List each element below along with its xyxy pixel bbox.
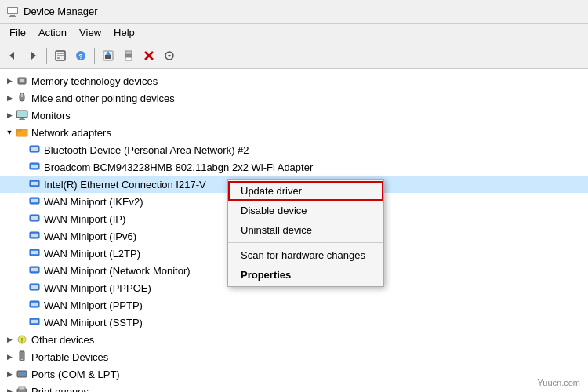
svg-rect-3	[8, 8, 17, 13]
svg-rect-16	[125, 51, 132, 54]
printer-icon	[16, 385, 28, 392]
main-content: ▶ Memory technology devices ▶ Mice and o…	[0, 69, 588, 392]
item-label: WAN Miniport (IPv6)	[44, 230, 136, 242]
tree-toggle[interactable]: ▶	[3, 385, 16, 392]
svg-rect-61	[24, 372, 25, 376]
tree-toggle[interactable]: ▶	[3, 333, 16, 346]
ctx-scan-changes[interactable]: Scan for hardware changes	[228, 245, 383, 265]
toolbar-sep-1	[46, 48, 47, 64]
ctx-separator	[228, 242, 383, 243]
item-label: WAN Miniport (IKEv2)	[44, 196, 143, 208]
tree-toggle[interactable]: ▶	[3, 368, 16, 380]
svg-rect-41	[31, 216, 38, 220]
print-button[interactable]	[119, 46, 138, 65]
item-label: WAN Miniport (PPTP)	[44, 299, 143, 311]
svg-rect-43	[31, 234, 38, 237]
svg-rect-23	[20, 79, 24, 82]
svg-rect-17	[125, 57, 132, 60]
mouse-icon	[16, 92, 28, 104]
watermark: Yuucn.com	[538, 378, 580, 387]
scan-button[interactable]	[160, 46, 179, 65]
network-adapter-icon	[28, 281, 41, 294]
svg-text:!: !	[21, 336, 24, 344]
menu-view[interactable]: View	[73, 25, 107, 40]
item-label: Bluetooth Device (Personal Area Network)…	[44, 144, 249, 156]
ctx-disable-device[interactable]: Disable device	[228, 201, 383, 220]
ports-icon	[16, 368, 28, 380]
list-item[interactable]: ▶ Monitors	[0, 107, 588, 124]
list-item[interactable]: ▶ WAN Miniport (PPTP)	[0, 296, 588, 314]
svg-text:?: ?	[78, 53, 83, 60]
item-label: Other devices	[31, 334, 94, 346]
network-adapter-icon	[28, 212, 41, 225]
item-label: WAN Miniport (PPPOE)	[44, 282, 151, 294]
help-button[interactable]: ?	[71, 46, 90, 65]
update-driver-button[interactable]	[99, 46, 118, 65]
item-label: WAN Miniport (Network Monitor)	[44, 265, 191, 277]
item-label: Ports (COM & LPT)	[31, 368, 120, 380]
list-item[interactable]: ▶ Print queues	[0, 383, 588, 392]
item-label: Memory technology devices	[31, 75, 158, 87]
title-text: Device Manager	[24, 5, 98, 17]
toolbar-sep-2	[94, 48, 95, 64]
tree-toggle[interactable]: ▶	[3, 109, 16, 122]
menu-help[interactable]: Help	[107, 25, 141, 40]
properties-button[interactable]	[51, 46, 70, 65]
svg-rect-49	[31, 285, 38, 289]
ctx-properties[interactable]: Properties	[228, 265, 383, 285]
network-adapter-icon	[28, 161, 41, 173]
list-item[interactable]: ▶ Portable Devices	[0, 348, 588, 365]
toolbar: ?	[0, 42, 588, 69]
monitor-icon	[16, 109, 28, 122]
svg-rect-53	[31, 320, 38, 323]
menu-action[interactable]: Action	[32, 25, 73, 40]
network-folder-icon	[16, 126, 28, 139]
back-button[interactable]	[3, 46, 22, 65]
svg-rect-33	[31, 147, 38, 151]
list-item[interactable]: ▶ WAN Miniport (SSTP)	[0, 314, 588, 331]
title-bar-icon	[6, 5, 19, 18]
item-label: Portable Devices	[31, 351, 108, 363]
list-item[interactable]: ▼ Network adapters	[0, 124, 588, 141]
item-label: Broadcom BCM943228HMB 802.11abgn 2x2 Wi-…	[44, 162, 313, 173]
forward-button[interactable]	[24, 46, 42, 65]
tree-toggle[interactable]: ▶	[3, 350, 16, 363]
svg-rect-45	[31, 251, 38, 254]
svg-rect-13	[105, 55, 111, 59]
network-adapter-icon	[28, 178, 41, 191]
network-adapter-icon	[28, 143, 41, 156]
portable-icon	[16, 350, 28, 363]
item-label: Mice and other pointing devices	[31, 93, 175, 104]
network-adapter-icon	[28, 264, 41, 277]
svg-rect-1	[10, 15, 15, 16]
item-label: Network adapters	[31, 127, 111, 139]
tree-toggle[interactable]: ▶	[3, 74, 16, 87]
item-label: WAN Miniport (IP)	[44, 213, 125, 225]
ctx-update-driver[interactable]: Update driver	[228, 181, 383, 201]
svg-marker-4	[9, 52, 14, 60]
list-item[interactable]: ▶ Mice and other pointing devices	[0, 89, 588, 107]
svg-rect-37	[31, 182, 38, 185]
svg-marker-5	[31, 52, 36, 60]
menu-file[interactable]: File	[3, 25, 32, 40]
svg-rect-57	[21, 359, 23, 360]
item-label: Intel(R) Ethernet Connection I217-V	[44, 179, 206, 191]
list-item[interactable]: ▶ Ports (COM & LPT)	[0, 365, 588, 383]
svg-rect-27	[17, 111, 27, 117]
list-item[interactable]: ▶ Bluetooth Device (Personal Area Networ…	[0, 141, 588, 158]
svg-rect-51	[31, 303, 38, 306]
network-adapter-icon	[28, 230, 41, 242]
network-adapter-icon	[28, 299, 41, 311]
list-item[interactable]: ▶ Memory technology devices	[0, 72, 588, 89]
item-label: WAN Miniport (SSTP)	[44, 317, 143, 328]
ctx-uninstall-device[interactable]: Uninstall device	[228, 220, 383, 240]
list-item[interactable]: ▶ Broadcom BCM943228HMB 802.11abgn 2x2 W…	[0, 158, 588, 176]
tree-toggle[interactable]: ▶	[3, 92, 16, 104]
context-menu: Update driver Disable device Uninstall d…	[227, 179, 384, 287]
delete-button[interactable]	[140, 46, 158, 65]
list-item[interactable]: ▶ ! Other devices	[0, 331, 588, 348]
tree-toggle[interactable]: ▼	[3, 126, 16, 139]
svg-rect-35	[31, 165, 38, 168]
svg-rect-39	[31, 199, 38, 202]
network-adapter-icon	[28, 247, 41, 260]
